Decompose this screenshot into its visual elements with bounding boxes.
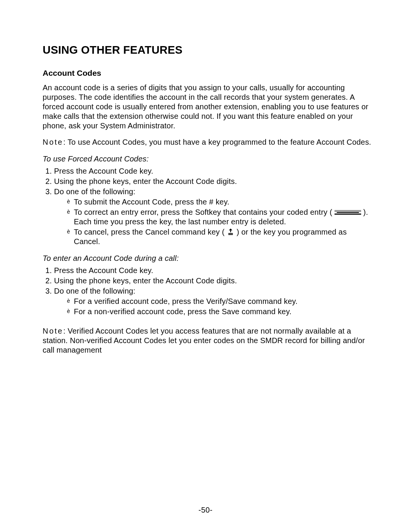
list-item: To correct an entry error, press the Sof… bbox=[67, 208, 373, 227]
note-verified-codes: Note: Verified Account Codes let you acc… bbox=[43, 326, 373, 355]
page-title: USING OTHER FEATURES bbox=[43, 44, 373, 56]
list-item: Using the phone keys, enter the Account … bbox=[54, 276, 373, 286]
svg-rect-2 bbox=[228, 233, 233, 234]
list-item: Do one of the following: To submit the A… bbox=[54, 187, 373, 246]
list-item: For a verified account code, press the V… bbox=[67, 297, 373, 306]
bullet-text-part: To cancel, press the Cancel command key … bbox=[74, 228, 227, 236]
sub-bullets: To submit the Account Code, press the # … bbox=[54, 197, 373, 246]
note-account-codes-key: Note: To use Account Codes, you must hav… bbox=[43, 137, 373, 147]
list-item-text: Do one of the following: bbox=[54, 187, 135, 196]
list-item: To submit the Account Code, press the # … bbox=[67, 197, 373, 207]
list-item-text: Do one of the following: bbox=[54, 287, 135, 295]
steps-forced-account-codes: Press the Account Code key. Using the ph… bbox=[43, 166, 373, 246]
note-label: Note bbox=[43, 138, 63, 146]
subheading-during-call: To enter an Account Code during a call: bbox=[43, 254, 373, 263]
list-item: Do one of the following: For a verified … bbox=[54, 286, 373, 316]
note-text: : Verified Account Codes let you access … bbox=[43, 327, 365, 354]
list-item: Using the phone keys, enter the Account … bbox=[54, 177, 373, 186]
page-number: -50- bbox=[0, 506, 411, 514]
document-page: USING OTHER FEATURES Account Codes An ac… bbox=[0, 0, 411, 532]
subheading-forced-account-codes: To use Forced Account Codes: bbox=[43, 155, 373, 163]
list-item: For a non-verified account code, press t… bbox=[67, 307, 373, 316]
sub-bullets: For a verified account code, press the V… bbox=[54, 297, 373, 316]
intro-paragraph: An account code is a series of digits th… bbox=[43, 83, 373, 131]
section-heading-account-codes: Account Codes bbox=[43, 69, 373, 78]
bullet-text-part: To correct an entry error, press the Sof… bbox=[74, 208, 335, 216]
cancel-icon bbox=[227, 228, 234, 235]
list-item: Press the Account Code key. bbox=[54, 166, 373, 176]
svg-rect-3 bbox=[228, 234, 233, 235]
list-item: To cancel, press the Cancel command key … bbox=[67, 227, 373, 246]
list-item: Press the Account Code key. bbox=[54, 266, 373, 275]
note-label: Note bbox=[43, 327, 63, 335]
note-text: : To use Account Codes, you must have a … bbox=[63, 138, 371, 146]
softkey-icon bbox=[335, 209, 361, 215]
svg-rect-1 bbox=[230, 230, 231, 232]
steps-during-call: Press the Account Code key. Using the ph… bbox=[43, 266, 373, 316]
